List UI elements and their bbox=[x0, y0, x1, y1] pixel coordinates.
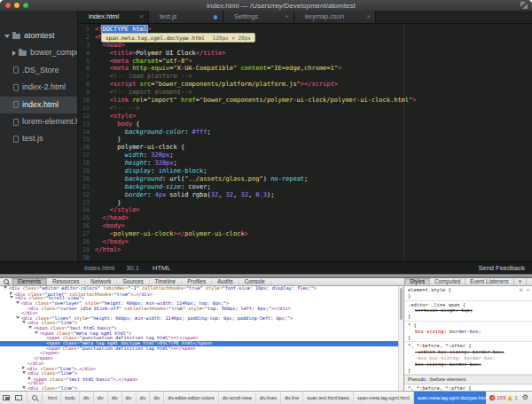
css-property[interactable]: box-sizing: border-box; bbox=[408, 361, 529, 368]
twisty-closed-icon[interactable] bbox=[28, 377, 31, 380]
twisty-open-icon[interactable] bbox=[4, 286, 7, 289]
send-feedback-button[interactable]: Send Feedback bbox=[478, 262, 525, 274]
css-property[interactable]: vertical-align: top; bbox=[408, 307, 529, 314]
twisty-open-icon[interactable] bbox=[35, 331, 38, 334]
twisty-open-icon[interactable] bbox=[16, 301, 20, 304]
breadcrumb-item[interactable]: span.text.html.basic bbox=[303, 392, 354, 404]
warning-count[interactable]: 1 bbox=[514, 395, 517, 400]
tree-item-atomtest[interactable]: atomtest bbox=[0, 27, 77, 44]
breadcrumb-item[interactable]: div.line bbox=[281, 392, 303, 404]
code-line-18[interactable]: 18 height: 320px; bbox=[78, 159, 532, 167]
devtools-tab-profiles[interactable]: Profiles bbox=[182, 278, 212, 285]
tab-keymap.cson[interactable]: keymap.cson× bbox=[294, 11, 376, 23]
dock-icon[interactable] bbox=[3, 395, 10, 400]
css-property[interactable]: -webkit-box-sizing: border-box; bbox=[408, 349, 529, 355]
breadcrumb-item[interactable]: div bbox=[122, 392, 137, 404]
dom-tree[interactable]: <div class="editor editor-colors" tabind… bbox=[0, 286, 398, 391]
breadcrumb-item[interactable]: div bbox=[94, 392, 108, 404]
code-line-13[interactable]: 13 body { bbox=[78, 120, 532, 128]
twisty-open-icon[interactable] bbox=[10, 296, 13, 299]
code-line-6[interactable]: 6 <meta http-equiv="X-UA-Compatible" con… bbox=[78, 65, 532, 73]
breadcrumb-item[interactable]: div bbox=[137, 392, 151, 404]
code-line-17[interactable]: 17 width: 320px; bbox=[78, 152, 532, 159]
css-property[interactable]: box-sizing: border-box; bbox=[408, 329, 529, 335]
breadcrumb-item[interactable]: span.meta.tag.sgml.doctype.html bbox=[414, 392, 487, 404]
twisty-closed-icon[interactable] bbox=[10, 291, 12, 295]
code-line-19[interactable]: 19 display: inline-block; bbox=[78, 167, 532, 175]
code-line-23[interactable]: 23 } bbox=[78, 199, 532, 207]
code-line-7[interactable]: 7 <!-- load platform --> bbox=[78, 73, 532, 81]
close-icon[interactable]: × bbox=[366, 11, 371, 23]
code-line-20[interactable]: 20 background: url("../assets/glass.png"… bbox=[78, 175, 532, 183]
breadcrumb-item[interactable]: div.lines bbox=[256, 392, 281, 404]
tree-item-index.html[interactable]: index.html bbox=[0, 97, 77, 113]
tree-item-lorem-element.html[interactable]: lorem-element.html bbox=[0, 113, 77, 130]
code-line-5[interactable]: 5 <meta charset="utf-8"> bbox=[78, 58, 532, 66]
gear-icon[interactable]: ⚙ bbox=[522, 393, 528, 402]
twisty-open-icon[interactable] bbox=[16, 316, 20, 319]
code-line-21[interactable]: 21 background-size: cover; bbox=[78, 183, 532, 191]
status-cursor-position[interactable]: 30,1 bbox=[126, 264, 139, 272]
file-tree[interactable]: atomtestbower_components.DS_Storeindex-2… bbox=[0, 11, 78, 261]
minimize-button[interactable] bbox=[14, 3, 20, 8]
chevron-down-icon[interactable] bbox=[4, 35, 10, 38]
styles-tab-computed[interactable]: Computed bbox=[430, 278, 466, 285]
devtools-tab-sources[interactable]: Sources bbox=[117, 278, 149, 285]
console-icon[interactable]: › bbox=[15, 395, 22, 400]
zoom-button[interactable] bbox=[23, 3, 28, 8]
code-line-4[interactable]: 4 <title>Polymer UI Clock</title> bbox=[78, 50, 532, 58]
tab-Settings[interactable]: Settings× bbox=[223, 11, 294, 23]
css-property[interactable]: -moz-box-sizing: border-box; bbox=[408, 355, 529, 361]
status-grammar[interactable]: HTML bbox=[153, 264, 170, 272]
breadcrumb-item[interactable]: div bbox=[108, 392, 122, 404]
styles-tab-event-listeners[interactable]: Event Listeners bbox=[466, 278, 513, 285]
code-line-24[interactable]: 24 </style> bbox=[78, 206, 532, 214]
devtools-tab-timeline[interactable]: Timeline bbox=[150, 278, 183, 285]
code-line-26[interactable]: 26 <body> bbox=[78, 222, 532, 230]
css-rule[interactable]: *, *:before, *:after {-webkit-box-sizing… bbox=[404, 385, 532, 391]
breadcrumb-item[interactable]: span.meta.tag.sgml.html bbox=[354, 392, 414, 404]
tree-item-.DS_Store[interactable]: .DS_Store bbox=[0, 62, 77, 79]
plus-icon[interactable]: + bbox=[526, 287, 529, 293]
breadcrumb-item[interactable]: div bbox=[150, 392, 164, 404]
close-icon[interactable]: × bbox=[139, 11, 144, 23]
twisty-closed-icon[interactable] bbox=[22, 366, 25, 369]
code-line-30[interactable]: 30 bbox=[78, 254, 532, 261]
code-line-28[interactable]: 28 </body> bbox=[78, 238, 532, 246]
breadcrumb-item[interactable]: body bbox=[61, 392, 80, 404]
scrollbar-thumb[interactable] bbox=[400, 288, 403, 320]
tab-index.html[interactable]: index.html× bbox=[78, 11, 149, 23]
error-count[interactable]: 159 bbox=[497, 395, 505, 400]
code-line-3[interactable]: 3 <head> bbox=[78, 42, 532, 50]
devtools-tab-console[interactable]: Console bbox=[239, 278, 271, 285]
twisty-open-icon[interactable] bbox=[22, 371, 26, 374]
breadcrumb-item[interactable]: div.editor.editor-colors bbox=[164, 392, 218, 404]
error-icon[interactable]: × bbox=[489, 395, 495, 400]
css-rule[interactable]: *, *:before, *:after {-webkit-box-sizing… bbox=[404, 342, 532, 375]
css-rule[interactable]: .editor .line span {vertical-align: top;… bbox=[404, 301, 532, 322]
devtools-tab-audits[interactable]: Audits bbox=[212, 278, 239, 285]
search-icon[interactable] bbox=[32, 395, 37, 400]
code-line-11[interactable]: 11 <!-- --> bbox=[78, 105, 532, 113]
code-line-8[interactable]: 8 <script src="bower_components/platform… bbox=[78, 81, 532, 89]
devtools-tab-resources[interactable]: Resources bbox=[47, 278, 85, 285]
css-rule[interactable]: element.style {+⚙} bbox=[404, 286, 532, 301]
css-rule[interactable]: * {box-sizing: border-box;} bbox=[404, 322, 532, 342]
close-icon[interactable]: × bbox=[285, 11, 289, 23]
styles-tab-styles[interactable]: Styles bbox=[405, 278, 430, 285]
devtools-tab-network[interactable]: Network bbox=[85, 278, 117, 285]
tree-item-bower_components[interactable]: bower_components bbox=[0, 44, 77, 61]
twisty-open-icon[interactable] bbox=[28, 326, 32, 329]
inspect-element-button[interactable] bbox=[0, 278, 12, 285]
code-editor[interactable]: 1<!DOCTYPE html>2<html>3 <head>4 <title>… bbox=[78, 24, 532, 261]
close-button[interactable] bbox=[5, 3, 11, 8]
code-line-12[interactable]: 12 <style> bbox=[78, 113, 532, 120]
warning-icon[interactable] bbox=[507, 395, 512, 400]
code-line-29[interactable]: 29</html> bbox=[78, 246, 532, 254]
code-line-16[interactable]: 16 polymer-ui-clock { bbox=[78, 144, 532, 152]
code-line-15[interactable]: 15 } bbox=[78, 136, 532, 144]
breadcrumb-item[interactable]: div.scroll-view bbox=[219, 392, 256, 404]
styles-tab-»[interactable]: » bbox=[514, 278, 528, 285]
code-line-22[interactable]: 22 border: 4px solid rgba(32, 32, 32, 0.… bbox=[78, 191, 532, 199]
devtools-tab-elements[interactable]: Elements bbox=[12, 278, 47, 285]
